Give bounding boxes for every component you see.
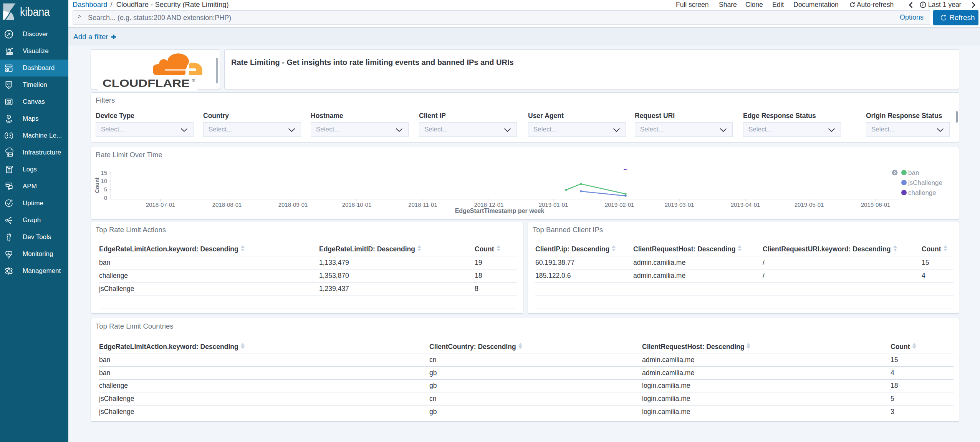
svg-text:2018-07-01: 2018-07-01 — [146, 201, 175, 208]
svg-text:2019-05-01: 2019-05-01 — [795, 201, 824, 208]
svg-text:15: 15 — [101, 169, 107, 176]
svg-text:2018-08-01: 2018-08-01 — [212, 201, 242, 208]
svg-text:CLOUDFLARE: CLOUDFLARE — [103, 77, 190, 89]
svg-text:2019-02-01: 2019-02-01 — [605, 201, 634, 208]
svg-text:2019-04-01: 2019-04-01 — [731, 201, 760, 208]
svg-text:jsChallenge: jsChallenge — [908, 179, 942, 186]
svg-text:challenge: challenge — [908, 189, 936, 196]
svg-text:2018-12-01: 2018-12-01 — [474, 201, 504, 208]
svg-text:2019-03-01: 2019-03-01 — [665, 201, 694, 208]
svg-text:EdgeStartTimestamp per week: EdgeStartTimestamp per week — [455, 208, 545, 214]
svg-text:2019-06-01: 2019-06-01 — [861, 201, 891, 208]
svg-text:2018-11-01: 2018-11-01 — [408, 201, 437, 208]
svg-text:0: 0 — [104, 194, 107, 201]
svg-text:5: 5 — [104, 186, 107, 193]
svg-text:2019-01-01: 2019-01-01 — [539, 201, 568, 208]
svg-text:®: ® — [192, 78, 195, 83]
svg-text:2018-10-01: 2018-10-01 — [342, 201, 372, 208]
svg-text:2018-09-01: 2018-09-01 — [278, 201, 308, 208]
svg-text:10: 10 — [101, 178, 107, 184]
svg-text:Count: Count — [94, 177, 100, 193]
svg-text:ban: ban — [908, 169, 919, 176]
